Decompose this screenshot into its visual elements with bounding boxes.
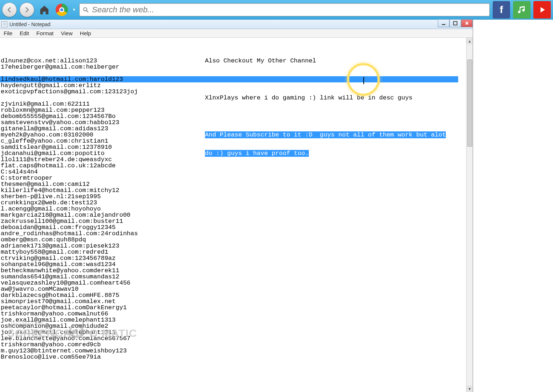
facebook-icon: f (500, 4, 503, 16)
text-line: markgarcia218@gmail.com:alejandro00 (1, 212, 472, 218)
home-button[interactable] (37, 3, 52, 17)
forward-button[interactable] (20, 3, 34, 17)
text-line: 17eheiberger@gmail.com:heiberger (1, 64, 472, 70)
text-line: C:s4l4s4n4 (1, 169, 472, 175)
minimize-icon (441, 21, 446, 25)
text-line: m.guy123@btinternet.comweishboy123 (1, 348, 472, 354)
text-line: myeh2k@yahoo.com:03102000 (1, 132, 472, 138)
menu-format[interactable]: Format (33, 29, 57, 37)
text-line: jdcanahui@gmail.com:popotito (1, 150, 472, 156)
text-line: oshcompanion@gmail.comhidude2 (1, 323, 472, 329)
notepad-window: Untitled - Notepad File Edit Format View… (0, 20, 473, 392)
svg-point-0 (84, 8, 87, 11)
text-line: aw@jwavro.comMCawav10 (1, 286, 472, 292)
menu-view[interactable]: View (57, 29, 76, 37)
text-line: dlnunez@cox.net:allison123 (1, 58, 472, 64)
text-line: trishkorman@yahoo.comred9cb (1, 342, 472, 348)
text-line: flat.caps@hotmail.co.uk:12abcde (1, 163, 472, 169)
scroll-down-button[interactable]: ▼ (467, 385, 473, 392)
text-line: mattyboy558@gmail.com:redred1 (1, 249, 472, 255)
scroll-up-button[interactable]: ▲ (467, 38, 473, 44)
text-line: killerlife4@hotmail.com:mitchy12 (1, 187, 472, 193)
text-line: zackrussell100@gmail.com:buster11 (1, 218, 472, 224)
text-line: ctrviking@gmail.com:123456789az (1, 255, 472, 261)
menu-file[interactable]: File (0, 29, 16, 37)
text-line: debomb55555@gmail.com:1234567Bo (1, 113, 472, 119)
text-area[interactable]: dlnunez@cox.net:allison12317eheiberger@g… (0, 38, 473, 392)
music-icon (517, 5, 527, 15)
search-bar (79, 3, 490, 16)
text-line: adrianek1713@gmail.com:piesek123 (1, 243, 472, 249)
text-line: velasquezashley10@gmail.comheart456 (1, 280, 472, 286)
chrome-icon (56, 4, 68, 16)
play-icon (537, 5, 547, 15)
text-line: lordbreydo@gmail.com:valleyforge (1, 95, 472, 101)
home-icon (39, 4, 50, 15)
text-line: samditslear@gmail.com:12378910 (1, 144, 472, 150)
text-line: gitanella@gmail.com:adidas123 (1, 126, 472, 132)
text-line: sherben-p@live.nl:21sep1995 (1, 193, 472, 200)
search-icon (82, 7, 89, 13)
notepad-icon (1, 21, 7, 27)
text-line: deboaidan@gmail.com:froggy12345 (1, 224, 472, 230)
text-line: samstevenstvv@yahoo.com:habbo123 (1, 119, 472, 126)
browser-toolbar: ▼ f (0, 0, 553, 20)
text-line: C:stormtrooper (1, 175, 472, 181)
titlebar[interactable]: Untitled - Notepad (0, 20, 473, 29)
window-controls (438, 19, 473, 27)
youtube-button[interactable] (533, 1, 551, 19)
close-button[interactable] (461, 19, 473, 27)
search-input[interactable] (92, 5, 487, 15)
text-line (1, 70, 472, 76)
text-line: thesmen@gmail.com:cami12 (1, 181, 472, 187)
text-line: sohanpatel96@gmail.com:wasd1234 (1, 261, 472, 268)
menu-edit[interactable]: Edit (16, 29, 33, 37)
text-line: crunkkingx2@web.de:test123 (1, 200, 472, 206)
chrome-button[interactable] (55, 3, 69, 17)
text-line: l.acengg@gmail.com:hoyohoyo (1, 206, 472, 212)
text-line: betheckmanwhite@yahoo.comderek11 (1, 268, 472, 274)
text-line: Brenosloco@live.com55ee79ia (1, 354, 472, 360)
maximize-button[interactable] (449, 19, 461, 27)
music-button[interactable] (513, 1, 530, 19)
text-line: lindsedkaul@hotmail.com:harold123 (1, 76, 472, 82)
text-line: llol111@streber24.de:qweasdyxc (1, 156, 472, 163)
text-caret (363, 77, 364, 84)
close-icon (465, 21, 469, 25)
maximize-icon (453, 21, 457, 25)
text-line: simonpriest70@gmail.comalex.net (1, 298, 472, 305)
svg-line-1 (86, 11, 88, 12)
chrome-dropdown[interactable]: ▼ (72, 4, 76, 16)
text-line: exoticpvpfactions@gmail.com:123123joj (1, 89, 472, 95)
text-line: sumandas6541@gmail.comsumandas12 (1, 274, 472, 280)
minimize-button[interactable] (438, 19, 449, 27)
text-line: joe.exall@gmail.comelephant1313 (1, 329, 472, 335)
svg-rect-3 (453, 21, 457, 25)
text-line: haydengutt@gmail.com:erlitz (1, 82, 472, 89)
text-line: robloxmn@gmail.com:pepper123 (1, 107, 472, 113)
menubar: File Edit Format View Help (0, 29, 473, 38)
text-line: lee.blanchette@yahoo.comlance567567 (1, 335, 472, 342)
window-title: Untitled - Notepad (9, 21, 51, 27)
arrow-right-icon (24, 7, 30, 13)
text-line: andre_rodinhas@hotmail.com:24rodinhas (1, 230, 472, 237)
text-line: c_gleffe@yahoo.com:christian1 (1, 138, 472, 144)
text-line: peetacaylor@hotmail.comDarkEnergy1 (1, 305, 472, 311)
arrow-left-icon (6, 7, 13, 13)
text-line: zjvinik@gmail.com:622111 (1, 101, 472, 107)
text-line: trishkorman@yahoo.comwalnut66 (1, 311, 472, 317)
back-button[interactable] (2, 3, 17, 17)
text-line: darkblazecsg@hotmail.comHFE.8875 (1, 292, 472, 298)
facebook-button[interactable]: f (493, 1, 510, 19)
menu-help[interactable]: Help (76, 29, 95, 37)
text-line: omberg@msn.com:quh88pdq (1, 237, 472, 243)
text-line: joe.exall@gmail.comelephant1313 (1, 317, 472, 323)
